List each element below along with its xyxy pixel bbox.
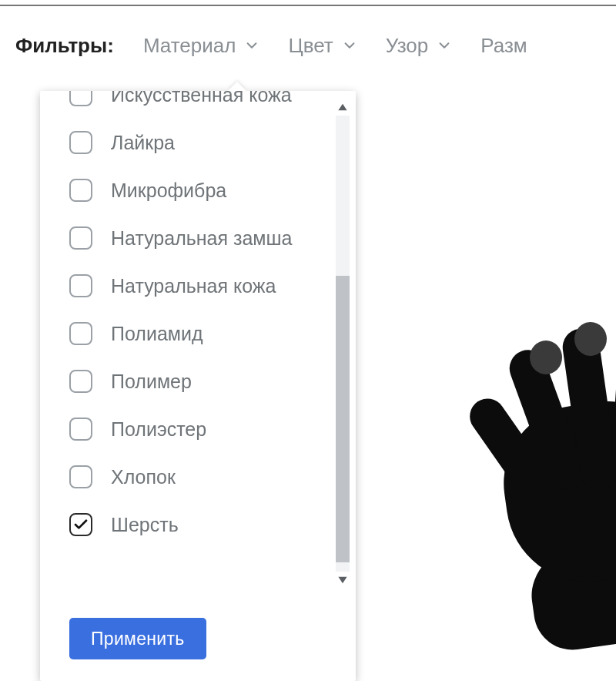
checkbox-icon[interactable] bbox=[69, 370, 92, 393]
chevron-down-icon bbox=[437, 34, 451, 58]
material-option-label: Хлопок bbox=[111, 466, 176, 488]
material-option-label: Полимер bbox=[111, 371, 192, 393]
material-option[interactable]: Лайкра bbox=[69, 119, 330, 166]
checkbox-icon[interactable] bbox=[69, 418, 92, 441]
material-option[interactable]: Искусственная кожа bbox=[69, 91, 330, 119]
material-option-label: Натуральная кожа bbox=[111, 275, 276, 297]
material-option-list: Искусственная кожаЛайкраМикрофибраНатура… bbox=[40, 91, 356, 596]
scrollbar-thumb[interactable] bbox=[336, 276, 350, 562]
scroll-up-button[interactable] bbox=[334, 99, 351, 116]
material-option[interactable]: Натуральная замша bbox=[69, 214, 330, 262]
material-option-label: Искусственная кожа bbox=[111, 91, 292, 106]
material-option-label: Лайкра bbox=[111, 132, 175, 154]
chevron-down-icon bbox=[343, 34, 357, 58]
material-option-label: Шерсть bbox=[111, 514, 179, 536]
divider-top bbox=[0, 5, 616, 6]
checkbox-icon[interactable] bbox=[69, 274, 92, 297]
material-dropdown: Искусственная кожаЛайкраМикрофибраНатура… bbox=[40, 91, 356, 681]
checkbox-icon[interactable] bbox=[69, 322, 92, 345]
filter-chip-pattern[interactable]: Узор bbox=[386, 34, 452, 58]
material-option[interactable]: Натуральная кожа bbox=[69, 262, 330, 310]
checkbox-icon[interactable] bbox=[69, 465, 92, 488]
filter-chip-size[interactable]: Разм bbox=[480, 34, 527, 58]
product-image-glove bbox=[439, 305, 616, 629]
filter-chip-label: Цвет bbox=[288, 34, 333, 58]
filter-chip-color[interactable]: Цвет bbox=[288, 34, 356, 58]
checkbox-checked-icon[interactable] bbox=[69, 513, 92, 536]
filters-label: Фильтры: bbox=[15, 34, 114, 58]
material-option-label: Полиамид bbox=[111, 323, 203, 345]
material-option-label: Полиэстер bbox=[111, 418, 206, 441]
material-option-label: Микрофибра bbox=[111, 179, 226, 202]
filter-chip-material[interactable]: Материал bbox=[143, 34, 259, 58]
apply-button[interactable]: Применить bbox=[69, 618, 206, 659]
checkbox-icon[interactable] bbox=[69, 91, 92, 106]
material-option[interactable]: Шерсть bbox=[69, 501, 330, 548]
material-option-label: Натуральная замша bbox=[111, 227, 293, 250]
material-option[interactable]: Полиэстер bbox=[69, 405, 330, 453]
material-option[interactable]: Микрофибра bbox=[69, 166, 330, 214]
material-option[interactable]: Хлопок bbox=[69, 453, 330, 501]
scrollbar[interactable] bbox=[334, 99, 351, 589]
material-option[interactable]: Полиамид bbox=[69, 310, 330, 357]
checkbox-icon[interactable] bbox=[69, 131, 92, 154]
filter-chip-label: Разм bbox=[480, 34, 527, 58]
scroll-down-button[interactable] bbox=[334, 572, 351, 589]
scrollbar-track[interactable] bbox=[336, 116, 350, 572]
filter-chip-label: Материал bbox=[143, 34, 236, 58]
checkbox-icon[interactable] bbox=[69, 226, 92, 250]
filter-chip-label: Узор bbox=[386, 34, 429, 58]
material-option[interactable]: Полимер bbox=[69, 357, 330, 405]
dropdown-pointer bbox=[228, 82, 246, 91]
filters-bar: Фильтры: Материал Цвет Узор Разм bbox=[15, 34, 616, 58]
chevron-down-icon bbox=[245, 34, 259, 58]
checkbox-icon[interactable] bbox=[69, 179, 92, 202]
dropdown-footer: Применить bbox=[40, 596, 356, 681]
